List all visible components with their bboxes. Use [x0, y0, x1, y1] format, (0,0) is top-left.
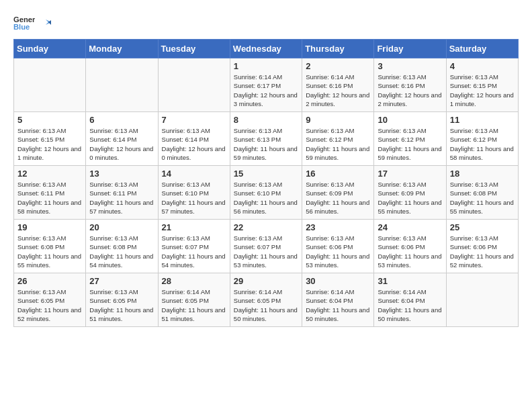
calendar-cell: 6Sunrise: 6:13 AM Sunset: 6:14 PM Daylig…	[86, 112, 158, 166]
calendar-cell: 12Sunrise: 6:13 AM Sunset: 6:11 PM Dayli…	[14, 166, 86, 220]
day-number: 18	[450, 169, 515, 179]
calendar-cell: 3Sunrise: 6:13 AM Sunset: 6:16 PM Daylig…	[374, 58, 446, 112]
day-info: Sunrise: 6:13 AM Sunset: 6:15 PM Dayligh…	[17, 126, 82, 162]
day-number: 9	[306, 115, 370, 125]
day-info: Sunrise: 6:14 AM Sunset: 6:17 PM Dayligh…	[234, 73, 298, 108]
day-info: Sunrise: 6:13 AM Sunset: 6:08 PM Dayligh…	[17, 234, 82, 269]
calendar-cell: 28Sunrise: 6:14 AM Sunset: 6:05 PM Dayli…	[158, 273, 230, 327]
day-number: 1	[234, 61, 298, 71]
day-number: 11	[450, 115, 515, 125]
calendar-cell	[86, 58, 158, 112]
day-info: Sunrise: 6:13 AM Sunset: 6:14 PM Dayligh…	[89, 126, 154, 162]
calendar-cell: 30Sunrise: 6:14 AM Sunset: 6:04 PM Dayli…	[302, 273, 374, 327]
calendar-cell: 5Sunrise: 6:13 AM Sunset: 6:15 PM Daylig…	[14, 112, 86, 166]
calendar-cell: 18Sunrise: 6:13 AM Sunset: 6:08 PM Dayli…	[446, 166, 518, 220]
day-info: Sunrise: 6:13 AM Sunset: 6:07 PM Dayligh…	[162, 234, 226, 269]
calendar-cell: 10Sunrise: 6:13 AM Sunset: 6:12 PM Dayli…	[374, 112, 446, 166]
day-number: 24	[378, 222, 442, 232]
header-thursday: Thursday	[302, 40, 374, 58]
calendar-cell: 25Sunrise: 6:13 AM Sunset: 6:06 PM Dayli…	[446, 220, 518, 273]
day-info: Sunrise: 6:13 AM Sunset: 6:10 PM Dayligh…	[162, 180, 226, 216]
day-number: 12	[17, 169, 82, 179]
day-number: 5	[17, 115, 82, 125]
day-number: 27	[89, 276, 154, 286]
day-info: Sunrise: 6:13 AM Sunset: 6:06 PM Dayligh…	[378, 234, 442, 269]
day-number: 16	[306, 169, 370, 179]
header-wednesday: Wednesday	[230, 40, 302, 58]
day-info: Sunrise: 6:13 AM Sunset: 6:11 PM Dayligh…	[17, 180, 82, 216]
calendar-cell: 29Sunrise: 6:14 AM Sunset: 6:05 PM Dayli…	[230, 273, 302, 327]
calendar-cell: 31Sunrise: 6:14 AM Sunset: 6:04 PM Dayli…	[374, 273, 446, 327]
day-number: 31	[378, 276, 442, 286]
day-number: 2	[306, 61, 370, 71]
header-friday: Friday	[374, 40, 446, 58]
day-info: Sunrise: 6:13 AM Sunset: 6:12 PM Dayligh…	[306, 126, 370, 162]
logo: General Blue	[13, 13, 51, 32]
day-info: Sunrise: 6:13 AM Sunset: 6:11 PM Dayligh…	[89, 180, 154, 216]
calendar-cell: 17Sunrise: 6:13 AM Sunset: 6:09 PM Dayli…	[374, 166, 446, 220]
logo-bird-icon	[39, 19, 51, 29]
svg-marker-4	[48, 20, 51, 25]
day-info: Sunrise: 6:13 AM Sunset: 6:10 PM Dayligh…	[234, 180, 298, 216]
day-info: Sunrise: 6:13 AM Sunset: 6:09 PM Dayligh…	[378, 180, 442, 216]
day-info: Sunrise: 6:13 AM Sunset: 6:05 PM Dayligh…	[17, 287, 82, 323]
day-info: Sunrise: 6:14 AM Sunset: 6:05 PM Dayligh…	[162, 287, 226, 323]
calendar-cell: 2Sunrise: 6:14 AM Sunset: 6:16 PM Daylig…	[302, 58, 374, 112]
svg-text:Blue: Blue	[13, 23, 30, 31]
calendar-cell: 22Sunrise: 6:13 AM Sunset: 6:07 PM Dayli…	[230, 220, 302, 273]
day-info: Sunrise: 6:13 AM Sunset: 6:12 PM Dayligh…	[378, 126, 442, 162]
calendar-cell: 23Sunrise: 6:13 AM Sunset: 6:06 PM Dayli…	[302, 220, 374, 273]
day-info: Sunrise: 6:13 AM Sunset: 6:14 PM Dayligh…	[162, 126, 226, 162]
day-number: 15	[234, 169, 298, 179]
day-info: Sunrise: 6:14 AM Sunset: 6:05 PM Dayligh…	[234, 287, 298, 323]
header-saturday: Saturday	[446, 40, 518, 58]
day-info: Sunrise: 6:13 AM Sunset: 6:08 PM Dayligh…	[89, 234, 154, 269]
day-info: Sunrise: 6:13 AM Sunset: 6:09 PM Dayligh…	[306, 180, 370, 216]
day-number: 21	[162, 222, 226, 232]
day-number: 28	[162, 276, 226, 286]
day-number: 30	[306, 276, 370, 286]
day-number: 6	[89, 115, 154, 125]
day-number: 7	[162, 115, 226, 125]
calendar-cell: 8Sunrise: 6:13 AM Sunset: 6:13 PM Daylig…	[230, 112, 302, 166]
header-monday: Monday	[86, 40, 158, 58]
calendar-cell	[158, 58, 230, 112]
svg-text:General: General	[13, 15, 35, 24]
day-number: 3	[378, 61, 442, 71]
day-number: 4	[450, 61, 515, 71]
day-number: 29	[234, 276, 298, 286]
day-info: Sunrise: 6:13 AM Sunset: 6:13 PM Dayligh…	[234, 126, 298, 162]
calendar-cell: 11Sunrise: 6:13 AM Sunset: 6:12 PM Dayli…	[446, 112, 518, 166]
page-header: General Blue	[13, 13, 519, 32]
day-number: 17	[378, 169, 442, 179]
calendar-week-2: 5Sunrise: 6:13 AM Sunset: 6:15 PM Daylig…	[14, 112, 519, 166]
day-info: Sunrise: 6:13 AM Sunset: 6:06 PM Dayligh…	[306, 234, 370, 269]
calendar-cell: 24Sunrise: 6:13 AM Sunset: 6:06 PM Dayli…	[374, 220, 446, 273]
calendar-cell: 7Sunrise: 6:13 AM Sunset: 6:14 PM Daylig…	[158, 112, 230, 166]
calendar-cell: 15Sunrise: 6:13 AM Sunset: 6:10 PM Dayli…	[230, 166, 302, 220]
calendar-cell: 16Sunrise: 6:13 AM Sunset: 6:09 PM Dayli…	[302, 166, 374, 220]
day-info: Sunrise: 6:14 AM Sunset: 6:04 PM Dayligh…	[378, 287, 442, 323]
day-number: 23	[306, 222, 370, 232]
day-number: 19	[17, 222, 82, 232]
day-info: Sunrise: 6:13 AM Sunset: 6:16 PM Dayligh…	[378, 73, 442, 108]
day-info: Sunrise: 6:14 AM Sunset: 6:16 PM Dayligh…	[306, 73, 370, 108]
calendar-cell: 14Sunrise: 6:13 AM Sunset: 6:10 PM Dayli…	[158, 166, 230, 220]
calendar-cell: 19Sunrise: 6:13 AM Sunset: 6:08 PM Dayli…	[14, 220, 86, 273]
day-info: Sunrise: 6:14 AM Sunset: 6:04 PM Dayligh…	[306, 287, 370, 323]
day-info: Sunrise: 6:13 AM Sunset: 6:07 PM Dayligh…	[234, 234, 298, 269]
calendar-cell: 26Sunrise: 6:13 AM Sunset: 6:05 PM Dayli…	[14, 273, 86, 327]
calendar-cell: 1Sunrise: 6:14 AM Sunset: 6:17 PM Daylig…	[230, 58, 302, 112]
day-number: 25	[450, 222, 515, 232]
calendar-cell: 13Sunrise: 6:13 AM Sunset: 6:11 PM Dayli…	[86, 166, 158, 220]
day-info: Sunrise: 6:13 AM Sunset: 6:05 PM Dayligh…	[89, 287, 154, 323]
day-info: Sunrise: 6:13 AM Sunset: 6:15 PM Dayligh…	[450, 73, 515, 108]
day-number: 8	[234, 115, 298, 125]
header-sunday: Sunday	[14, 40, 86, 58]
day-number: 10	[378, 115, 442, 125]
day-info: Sunrise: 6:13 AM Sunset: 6:08 PM Dayligh…	[450, 180, 515, 216]
calendar-table: SundayMondayTuesdayWednesdayThursdayFrid…	[13, 39, 519, 327]
calendar-week-3: 12Sunrise: 6:13 AM Sunset: 6:11 PM Dayli…	[14, 166, 519, 220]
day-info: Sunrise: 6:13 AM Sunset: 6:12 PM Dayligh…	[450, 126, 515, 162]
calendar-cell: 20Sunrise: 6:13 AM Sunset: 6:08 PM Dayli…	[86, 220, 158, 273]
